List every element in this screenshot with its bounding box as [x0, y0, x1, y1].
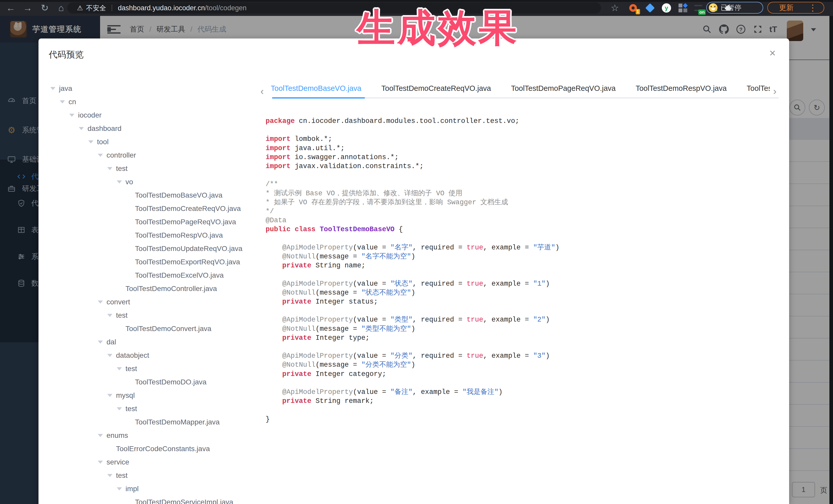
browser-home-icon[interactable]: ⌂ [54, 0, 68, 16]
tree-folder[interactable]: java [39, 82, 259, 95]
tree-file[interactable]: ToolTestDemoCreateReqVO.java [39, 202, 259, 215]
tree-caret-icon[interactable] [79, 127, 84, 130]
tree-folder[interactable]: test [39, 162, 259, 175]
tree-caret-icon[interactable] [98, 461, 103, 464]
omnibox-divider [112, 5, 112, 11]
code-line: } [266, 415, 779, 424]
tree-caret-icon[interactable] [50, 87, 55, 90]
tree-file[interactable]: ToolErrorCodeConstants.java [39, 442, 259, 456]
code-line [266, 171, 779, 180]
tree-folder[interactable]: test [39, 402, 259, 415]
tree-folder[interactable]: mysql [39, 389, 259, 402]
tree-folder[interactable]: service [39, 456, 259, 469]
tree-caret-icon[interactable] [107, 474, 112, 477]
extension-icon-gem[interactable] [645, 3, 656, 13]
tree-folder[interactable]: cn [39, 95, 259, 109]
tree-file[interactable]: ToolTestDemoController.java [39, 282, 259, 295]
tree-caret-icon[interactable] [107, 394, 112, 397]
file-tab[interactable]: ToolTestDemoRespVO.java [636, 84, 727, 93]
security-label[interactable]: 不安全 [86, 4, 106, 13]
tree-file[interactable]: ToolTestDemoServiceImpl.java [39, 496, 259, 504]
tree-file[interactable]: ToolTestDemoPageReqVO.java [39, 215, 259, 229]
tree-label: enums [106, 431, 128, 439]
paused-extension-chip[interactable]: 已暂停 [706, 2, 763, 14]
modal-title: 代码预览 [49, 49, 84, 61]
file-tab[interactable]: ToolTestDemoBaseVO.java [271, 84, 361, 93]
extension-icon-switch[interactable]: on [693, 3, 704, 13]
tree-caret-icon[interactable] [69, 114, 74, 117]
tree-label: impl [125, 485, 139, 493]
tree-caret-icon[interactable] [98, 434, 103, 437]
code-line: * 如果子 VO 存在差异的字段，请不要添加到这里，影响 Swagger 文档生… [266, 198, 779, 207]
bookmark-star-icon[interactable]: ☆ [608, 0, 622, 16]
tree-caret-icon[interactable] [107, 354, 112, 357]
tree-caret-icon[interactable] [98, 301, 103, 304]
browser-forward-icon[interactable]: → [21, 0, 35, 16]
close-icon[interactable]: × [769, 48, 776, 58]
code-line: import java.util.*; [266, 144, 779, 153]
tree-caret-icon[interactable] [88, 140, 93, 143]
tree-folder[interactable]: controller [39, 149, 259, 162]
tree-caret-icon[interactable] [107, 314, 112, 317]
tree-file[interactable]: ToolTestDemoRespVO.java [39, 229, 259, 242]
tree-file[interactable]: ToolTestDemoConvert.java [39, 322, 259, 335]
tree-folder[interactable]: dashboard [39, 122, 259, 135]
tree-folder[interactable]: tool [39, 135, 259, 149]
tree-label: test [116, 165, 127, 173]
tree-folder[interactable]: iocoder [39, 109, 259, 122]
code-line: private Integer type; [266, 334, 779, 342]
file-tab[interactable]: ToolTestDemoPageReqVO.java [511, 84, 616, 93]
extension-badge: 1 [636, 9, 640, 15]
tree-caret-icon[interactable] [98, 340, 103, 344]
tree-folder[interactable]: dal [39, 335, 259, 349]
code-line [266, 306, 779, 315]
code-line [266, 342, 779, 352]
file-tab[interactable]: ToolTestDemoUpdateReqVO.java [747, 84, 770, 93]
browser-menu-dots-icon[interactable]: ⋮ [808, 3, 817, 13]
tree-label: ToolTestDemoExcelVO.java [135, 271, 223, 280]
tree-file[interactable]: ToolTestDemoExportReqVO.java [39, 255, 259, 269]
tree-folder[interactable]: convert [39, 295, 259, 309]
tree-folder[interactable]: vo [39, 175, 259, 189]
tree-folder[interactable]: dataobject [39, 349, 259, 362]
tree-caret-icon[interactable] [107, 167, 112, 170]
file-tab[interactable]: ToolTestDemoCreateReqVO.java [381, 84, 491, 93]
tree-caret-icon[interactable] [117, 487, 122, 490]
address-bar[interactable]: ⚠ 不安全 dashboard.yudao.iocoder.cn/tool/co… [67, 2, 601, 14]
tree-caret-icon[interactable] [117, 367, 122, 370]
code-line: @NotNull(message = "分类不能为空") [266, 361, 779, 369]
tree-folder[interactable]: impl [39, 482, 259, 496]
paused-label: 已暂停 [721, 3, 741, 12]
tabs-active-ink [272, 97, 365, 99]
browser-update-button[interactable]: 更新 ⋮ [767, 2, 824, 14]
tree-folder[interactable]: test [39, 362, 259, 376]
tree-caret-icon[interactable] [98, 154, 103, 157]
file-tabs: ‹ ToolTestDemoBaseVO.javaToolTestDemoCre… [260, 80, 781, 102]
tabs-prev-icon[interactable]: ‹ [260, 86, 264, 97]
tree-file[interactable]: ToolTestDemoExcelVO.java [39, 269, 259, 282]
tree-file[interactable]: ToolTestDemoUpdateReqVO.java [39, 242, 259, 255]
extension-icon-vue[interactable]: y [661, 3, 672, 13]
browser-refresh-icon[interactable]: ↻ [38, 0, 52, 16]
tree-folder[interactable]: test [39, 309, 259, 322]
extension-icon-grid[interactable] [677, 3, 688, 13]
tree-file[interactable]: ToolTestDemoDO.java [39, 376, 259, 389]
tree-folder[interactable]: enums [39, 429, 259, 442]
tree-caret-icon[interactable] [60, 100, 65, 103]
extension-on-badge: on [698, 9, 706, 15]
tree-folder[interactable]: test [39, 469, 259, 482]
code-line: private Integer status; [266, 297, 779, 306]
tree-caret-icon[interactable] [117, 181, 122, 184]
code-line: @NotNull(message = "状态不能为空") [266, 288, 779, 297]
extension-icon-orange[interactable]: 1 [628, 3, 639, 13]
tree-label: test [125, 365, 137, 373]
tree-file[interactable]: ToolTestDemoBaseVO.java [39, 189, 259, 202]
browser-back-icon[interactable]: ← [4, 0, 18, 16]
tree-caret-icon[interactable] [117, 407, 122, 410]
tree-label: ToolTestDemoBaseVO.java [135, 191, 222, 199]
page-scrollbar[interactable] [829, 16, 833, 504]
code-viewer[interactable]: package cn.iocoder.dashboard.modules.too… [266, 117, 779, 497]
tabs-next-icon[interactable]: › [773, 86, 777, 97]
tree-label: test [116, 472, 127, 480]
tree-file[interactable]: ToolTestDemoMapper.java [39, 415, 259, 429]
